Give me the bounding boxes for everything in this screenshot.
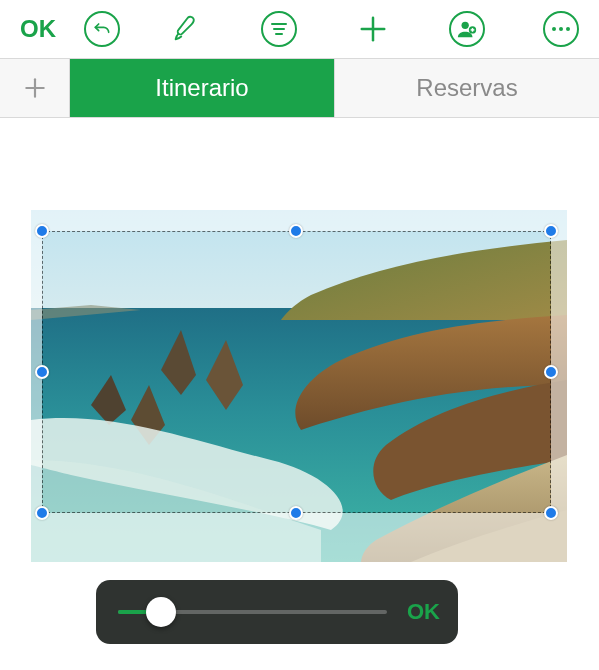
svg-point-5 — [462, 22, 469, 29]
canvas: OK — [0, 118, 599, 670]
add-person-icon — [456, 18, 478, 40]
toolbar: OK — [0, 0, 599, 58]
tab-reservas[interactable]: Reservas — [335, 59, 599, 117]
undo-button[interactable] — [84, 11, 120, 47]
mask-bottom — [31, 513, 567, 562]
handle-br[interactable] — [544, 506, 558, 520]
done-button[interactable]: OK — [20, 15, 56, 43]
toolbar-right — [167, 11, 579, 47]
lines-icon — [270, 22, 288, 36]
tab-label: Itinerario — [155, 74, 248, 102]
undo-icon — [92, 19, 112, 39]
format-brush-button[interactable] — [167, 11, 203, 47]
toolbar-left: OK — [20, 11, 120, 47]
insert-button[interactable] — [355, 11, 391, 47]
add-sheet-button[interactable] — [0, 59, 70, 117]
svg-point-11 — [566, 27, 570, 31]
handle-bm[interactable] — [289, 506, 303, 520]
plus-icon — [358, 14, 388, 44]
more-button[interactable] — [543, 11, 579, 47]
handle-mr[interactable] — [544, 365, 558, 379]
collaborate-button[interactable] — [449, 11, 485, 47]
comment-button[interactable] — [261, 11, 297, 47]
handle-tm[interactable] — [289, 224, 303, 238]
svg-point-9 — [552, 27, 556, 31]
tab-label: Reservas — [416, 74, 517, 102]
tab-itinerario[interactable]: Itinerario — [70, 59, 335, 117]
brush-icon — [170, 14, 200, 44]
handle-tr[interactable] — [544, 224, 558, 238]
mask-slider-thumb[interactable] — [146, 597, 176, 627]
svg-point-10 — [559, 27, 563, 31]
plus-icon — [22, 75, 48, 101]
handle-tl[interactable] — [35, 224, 49, 238]
mask-slider-panel: OK — [96, 580, 458, 644]
image-object[interactable] — [31, 210, 567, 562]
mask-slider[interactable] — [118, 610, 387, 614]
handle-ml[interactable] — [35, 365, 49, 379]
mask-slider-ok-button[interactable]: OK — [401, 599, 440, 625]
handle-bl[interactable] — [35, 506, 49, 520]
sheet-tabs: Itinerario Reservas — [0, 58, 599, 118]
ellipsis-icon — [551, 26, 571, 32]
